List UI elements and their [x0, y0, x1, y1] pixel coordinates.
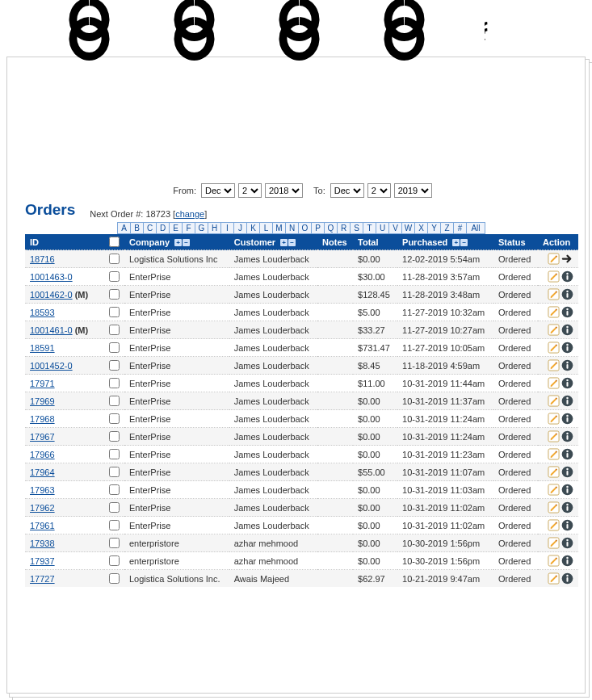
- edit-icon[interactable]: [548, 501, 560, 513]
- alpha-cell[interactable]: R: [337, 222, 351, 234]
- edit-icon[interactable]: [548, 288, 560, 300]
- info-icon[interactable]: [561, 342, 573, 354]
- alpha-cell[interactable]: B: [130, 222, 144, 234]
- alpha-cell[interactable]: X: [414, 222, 428, 234]
- sort-desc-icon[interactable]: −: [460, 239, 468, 246]
- alpha-cell[interactable]: D: [156, 222, 170, 234]
- alpha-cell[interactable]: U: [376, 222, 389, 234]
- edit-icon[interactable]: [548, 413, 560, 425]
- order-id-link[interactable]: 17937: [30, 556, 55, 566]
- info-icon[interactable]: [561, 395, 573, 407]
- to-year-select[interactable]: 2019: [394, 183, 432, 198]
- info-icon[interactable]: [561, 572, 573, 585]
- alpha-cell[interactable]: V: [388, 222, 402, 234]
- alpha-cell[interactable]: F: [182, 222, 195, 234]
- row-checkbox[interactable]: [109, 431, 120, 442]
- order-id-link[interactable]: 17971: [30, 379, 55, 388]
- th-company[interactable]: Company +−: [124, 234, 229, 250]
- row-checkbox[interactable]: [109, 271, 120, 282]
- info-icon[interactable]: [561, 306, 573, 318]
- th-id[interactable]: ID: [25, 234, 104, 250]
- order-id-link[interactable]: 17969: [30, 396, 55, 406]
- edit-icon[interactable]: [548, 395, 560, 407]
- row-checkbox[interactable]: [109, 538, 120, 548]
- edit-icon[interactable]: [548, 448, 560, 460]
- to-month-select[interactable]: Dec: [330, 183, 364, 198]
- alpha-cell[interactable]: P: [311, 222, 325, 234]
- alpha-cell[interactable]: S: [350, 222, 363, 234]
- row-checkbox[interactable]: [109, 573, 120, 584]
- edit-icon[interactable]: [548, 466, 560, 478]
- order-id-link[interactable]: 18591: [30, 343, 55, 353]
- edit-icon[interactable]: [548, 359, 560, 371]
- edit-icon[interactable]: [548, 572, 560, 585]
- alpha-cell[interactable]: E: [169, 222, 183, 234]
- th-status[interactable]: Status: [493, 234, 538, 250]
- alpha-cell[interactable]: Z: [440, 222, 454, 234]
- edit-icon[interactable]: [548, 537, 560, 549]
- alpha-cell[interactable]: #: [453, 222, 467, 234]
- info-icon[interactable]: [561, 501, 573, 513]
- edit-icon[interactable]: [548, 484, 560, 496]
- order-id-link[interactable]: 1001461-0: [30, 325, 73, 335]
- alpha-cell[interactable]: L: [259, 222, 273, 234]
- info-icon[interactable]: [561, 537, 573, 549]
- from-day-select[interactable]: 2: [238, 183, 262, 198]
- edit-icon[interactable]: [548, 430, 560, 442]
- sort-desc-icon[interactable]: −: [183, 239, 190, 246]
- order-id-link[interactable]: 1001463-0: [30, 272, 73, 282]
- alpha-cell[interactable]: N: [285, 222, 299, 234]
- alpha-cell[interactable]: Y: [427, 222, 441, 234]
- sort-asc-icon[interactable]: +: [452, 239, 460, 246]
- alpha-cell[interactable]: A: [117, 222, 131, 234]
- order-id-link[interactable]: 18593: [30, 308, 55, 317]
- info-icon[interactable]: [561, 324, 573, 336]
- row-checkbox[interactable]: [109, 449, 120, 459]
- alpha-cell[interactable]: G: [195, 222, 208, 234]
- alpha-cell[interactable]: J: [233, 222, 247, 234]
- info-icon[interactable]: [561, 377, 573, 389]
- edit-icon[interactable]: [548, 342, 560, 354]
- info-icon[interactable]: [561, 466, 573, 478]
- order-id-link[interactable]: 1001462-0: [30, 290, 73, 300]
- sort-asc-icon[interactable]: +: [280, 239, 288, 246]
- row-checkbox[interactable]: [109, 396, 120, 406]
- info-icon[interactable]: [561, 484, 573, 496]
- edit-icon[interactable]: [548, 377, 560, 389]
- from-month-select[interactable]: Dec: [201, 183, 235, 198]
- alpha-cell[interactable]: O: [298, 222, 312, 234]
- row-checkbox[interactable]: [109, 484, 120, 495]
- select-all-checkbox[interactable]: [109, 237, 120, 247]
- alpha-cell[interactable]: K: [246, 222, 260, 234]
- order-id-link[interactable]: 17967: [30, 432, 55, 442]
- edit-icon[interactable]: [548, 519, 560, 531]
- edit-icon[interactable]: [548, 324, 560, 336]
- th-select-all[interactable]: [104, 234, 124, 250]
- order-id-link[interactable]: 17938: [30, 539, 55, 548]
- row-checkbox[interactable]: [109, 254, 120, 264]
- edit-icon[interactable]: [548, 270, 560, 283]
- info-icon[interactable]: [561, 288, 573, 300]
- sort-desc-icon[interactable]: −: [288, 239, 296, 246]
- info-icon[interactable]: [561, 448, 573, 460]
- alpha-cell[interactable]: Q: [324, 222, 338, 234]
- alpha-cell[interactable]: C: [143, 222, 157, 234]
- order-id-link[interactable]: 17964: [30, 467, 55, 477]
- order-id-link[interactable]: 17727: [30, 574, 55, 584]
- row-checkbox[interactable]: [109, 289, 120, 300]
- th-customer[interactable]: Customer +−: [229, 234, 317, 250]
- alpha-cell[interactable]: W: [401, 222, 415, 234]
- sort-asc-icon[interactable]: +: [174, 239, 182, 246]
- order-id-link[interactable]: 17962: [30, 503, 55, 513]
- order-id-link[interactable]: 17963: [30, 485, 55, 495]
- order-id-link[interactable]: 18716: [30, 254, 55, 264]
- change-link[interactable]: change: [175, 209, 204, 219]
- row-checkbox[interactable]: [109, 413, 120, 424]
- info-icon[interactable]: [561, 270, 573, 283]
- info-icon[interactable]: [561, 413, 573, 425]
- info-icon[interactable]: [561, 555, 573, 567]
- row-checkbox[interactable]: [109, 555, 120, 566]
- to-day-select[interactable]: 2: [367, 183, 391, 198]
- th-total[interactable]: Total: [353, 234, 397, 250]
- edit-icon[interactable]: [548, 253, 560, 265]
